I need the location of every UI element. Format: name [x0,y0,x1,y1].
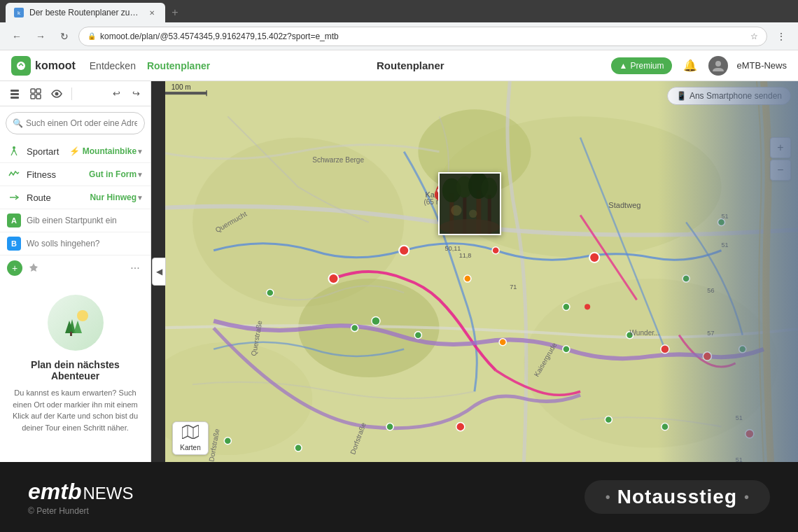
svg-point-25 [328,274,338,284]
svg-marker-17 [74,321,82,333]
map-photo-popup[interactable] [438,172,501,235]
route-label: Route [27,192,90,203]
sidebar-collapse-button[interactable]: ◀ [152,258,166,286]
tab-close-button[interactable]: ✕ [147,8,157,18]
premium-label: Premium [630,61,664,71]
karten-button[interactable]: Karten [172,421,209,455]
fitness-option[interactable]: Fitness Gut in Form ▼ [0,163,150,186]
karten-icon [182,425,199,442]
komoot-logo: komoot [11,56,76,76]
forward-button[interactable]: → [31,27,50,46]
waypoint-a-input[interactable] [27,216,144,225]
fitness-arrow: ▼ [136,171,144,178]
svg-rect-5 [31,89,35,93]
svg-rect-6 [36,89,41,93]
route-value: Nur Hinweg [90,192,136,202]
svg-point-51 [386,424,393,430]
undo-button[interactable]: ↩ [107,85,125,103]
active-tab[interactable]: k Der beste Routenplaner zum R... ✕ [6,3,165,22]
svg-point-90 [451,205,461,216]
svg-point-35 [267,289,274,296]
header-title: Routenplaner [224,59,596,71]
svg-point-26 [399,246,409,255]
svg-rect-7 [31,94,35,99]
map-photo-inner [440,174,500,234]
svg-point-91 [469,210,477,218]
grid-button[interactable] [27,85,45,103]
notifications-button[interactable]: 🔔 [680,56,700,76]
waypoint-b-input[interactable] [27,239,144,248]
svg-point-78 [584,304,590,309]
svg-point-36 [351,325,358,332]
address-bar[interactable]: 🔒 komoot.de/plan/@53.4574345,9.9162479,1… [78,27,767,46]
bottom-bar: emtb NEWS © Peter Hundert • Notausstieg … [0,462,798,532]
notausstieg-text: Notausstieg [617,486,737,508]
route-option[interactable]: Route Nur Hinweg ▼ [0,186,150,209]
komoot-logo-icon [11,56,31,76]
promo-text: Du kannst es kaum erwarten? Such einen O… [8,387,142,433]
news-text: NEWS [83,484,133,503]
svg-point-13 [77,310,88,321]
svg-text:11,8: 11,8 [459,252,472,259]
nav-routenplaner[interactable]: Routenplaner [147,60,210,71]
svg-rect-2 [10,90,19,92]
tab-favicon: k [14,8,24,18]
svg-point-46 [295,444,302,451]
map-area[interactable]: Kaisersuhl (65 m) Stadtweg Quermucht Kai… [165,81,798,462]
add-waypoint-button[interactable]: + [7,260,22,276]
sport-option[interactable]: Sportart ⚡ Mountainbike ▼ [0,140,150,163]
svg-rect-4 [10,97,19,99]
svg-point-0 [17,62,25,70]
eye-button[interactable] [48,85,66,103]
search-input[interactable] [6,112,145,134]
header-nav: Entdecken Routenplaner [90,60,210,71]
search-box: 🔍 [6,112,145,134]
reload-button[interactable]: ↻ [55,27,74,46]
person-overlay [658,81,798,462]
sport-icon [7,144,21,158]
fitness-label: Fitness [27,169,89,180]
url-text: komoot.de/plan/@53.4574345,9.9162479,15.… [100,31,746,41]
svg-text:100 m: 100 m [172,83,191,91]
undo-redo: ↩ ↪ [107,85,145,103]
sport-arrow: ▼ [136,148,144,155]
redo-button[interactable]: ↪ [127,85,145,103]
tab-title: Der beste Routenplaner zum R... [29,8,141,18]
browser-toolbar: ← → ↻ 🔒 komoot.de/plan/@53.4574345,9.916… [0,22,798,50]
svg-text:71: 71 [510,284,517,290]
notausstieg-container: • Notausstieg • [584,480,770,514]
bullet-right: • [744,489,749,505]
copyright-text: © Peter Hundert [28,506,133,516]
emtb-text: emtb [28,479,81,505]
svg-point-28 [589,253,599,262]
svg-point-53 [464,275,471,282]
waypoint-a-label: A [7,214,21,227]
nav-entdecken[interactable]: Entdecken [90,60,136,71]
bookmark-icon[interactable]: ☆ [750,31,758,41]
route-icon [7,190,21,204]
svg-point-54 [499,339,506,346]
svg-text:Schwarze Berge: Schwarze Berge [312,156,364,164]
layers-button[interactable] [6,85,24,103]
bullet-left: • [606,489,610,505]
premium-button[interactable]: ▲ Premium [611,57,673,74]
svg-marker-92 [182,425,199,439]
back-button[interactable]: ← [7,27,27,46]
promo-section: Plan dein nächstes Abenteuer Du kannst e… [0,281,150,462]
header-right: ▲ Premium 🔔 eMTB-News [611,56,787,76]
svg-point-32 [456,423,465,431]
sport-value: ⚡ Mountainbike [69,146,136,156]
new-tab-button[interactable]: + [165,3,185,22]
komoot-logo-text: komoot [35,59,76,72]
emtb-brand: emtb NEWS [28,479,133,505]
svg-rect-8 [36,94,41,99]
more-button[interactable]: ··· [127,260,144,276]
svg-point-34 [372,316,380,325]
svg-point-9 [55,92,59,95]
waypoint-b-label: B [7,237,21,251]
svg-point-1 [715,61,721,66]
extensions-button[interactable]: ⋮ [771,27,791,46]
svg-point-88 [481,178,497,200]
svg-point-37 [414,332,421,339]
karten-label: Karten [180,444,200,451]
